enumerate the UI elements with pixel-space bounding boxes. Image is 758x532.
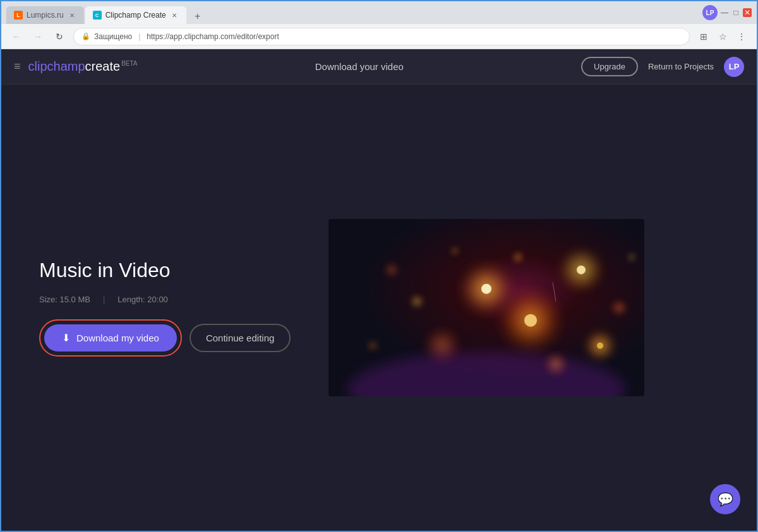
tab-clipchamp-label: Clipchamp Create [105, 11, 166, 20]
tab-lumpics-close[interactable]: ✕ [68, 11, 76, 20]
header-actions: Upgrade Return to Projects LP [581, 57, 744, 77]
url-address: https://app.clipchamp.com/editor/export [147, 32, 279, 41]
continue-editing-button[interactable]: Continue editing [190, 324, 291, 352]
download-btn-highlight: ⬇ Download my video [39, 319, 182, 357]
download-video-button[interactable]: ⬇ Download my video [44, 324, 177, 352]
clipchamp-favicon: C [93, 11, 102, 20]
download-icon: ⬇ [62, 332, 70, 344]
title-bar: L Lumpics.ru ✕ C Clipchamp Create ✕ + LP… [1, 1, 757, 24]
header-title: Download your video [138, 61, 582, 72]
new-tab-button[interactable]: + [190, 9, 205, 24]
download-btn-label: Download my video [76, 333, 159, 343]
translate-icon[interactable]: ⊞ [696, 29, 711, 44]
bokeh-svg [328, 219, 644, 396]
video-preview [328, 219, 644, 396]
url-text: Защищено [94, 32, 132, 41]
forward-button[interactable]: → [30, 29, 45, 44]
svg-point-17 [597, 343, 603, 349]
svg-point-7 [409, 294, 424, 309]
user-badge: LP [702, 5, 718, 20]
svg-point-13 [450, 246, 460, 256]
svg-point-11 [383, 261, 400, 279]
lock-icon: 🔒 [81, 32, 90, 40]
upgrade-button[interactable]: Upgrade [581, 57, 638, 76]
back-button[interactable]: ← [9, 29, 24, 44]
close-window-button[interactable]: ✕ [743, 8, 752, 17]
tab-group: L Lumpics.ru ✕ C Clipchamp Create ✕ + [6, 1, 205, 24]
bookmark-icon[interactable]: ☆ [715, 29, 730, 44]
svg-point-16 [577, 266, 586, 275]
lumpics-favicon: L [14, 11, 23, 20]
url-bar[interactable]: 🔒 Защищено | https://app.clipchamp.com/e… [73, 28, 690, 45]
meta-divider: | [103, 295, 105, 304]
video-title: Music in Video [39, 259, 291, 282]
user-avatar[interactable]: LP [724, 57, 744, 77]
video-size: Size: 15.0 MB [39, 295, 90, 304]
menu-icon[interactable]: ⋮ [734, 29, 749, 44]
svg-point-12 [366, 340, 379, 352]
video-length: Length: 20:00 [117, 295, 168, 304]
app-header: ≡ clipchampcreateBETA Download your vide… [1, 49, 757, 85]
minimize-button[interactable]: — [720, 8, 729, 17]
tab-clipchamp[interactable]: C Clipchamp Create ✕ [85, 6, 186, 24]
svg-point-10 [627, 252, 637, 263]
address-bar: ← → ↻ 🔒 Защищено | https://app.clipchamp… [1, 24, 757, 49]
app-content: ≡ clipchampcreateBETA Download your vide… [1, 49, 757, 531]
bokeh-background [328, 219, 644, 396]
sidebar-toggle-icon[interactable]: ≡ [14, 60, 21, 73]
video-thumbnail [328, 219, 644, 396]
tab-lumpics[interactable]: L Lumpics.ru ✕ [6, 6, 84, 24]
svg-point-15 [524, 314, 537, 327]
logo-clipchamp: clipchamp [28, 59, 85, 73]
chat-bubble-button[interactable]: 💬 [710, 484, 740, 514]
svg-point-9 [512, 251, 524, 264]
address-bar-actions: ⊞ ☆ ⋮ [696, 29, 749, 44]
svg-point-14 [481, 284, 491, 294]
tab-clipchamp-close[interactable]: ✕ [170, 11, 179, 20]
svg-point-8 [610, 299, 629, 317]
url-separator: | [138, 32, 140, 41]
chat-icon: 💬 [718, 492, 733, 507]
main-area: Music in Video Size: 15.0 MB | Length: 2… [1, 85, 757, 531]
app-logo: clipchampcreateBETA [28, 59, 138, 74]
logo-beta: BETA [121, 60, 137, 67]
buttons-row: ⬇ Download my video Continue editing [39, 319, 291, 357]
maximize-button[interactable]: □ [731, 8, 740, 17]
browser-frame: L Lumpics.ru ✕ C Clipchamp Create ✕ + LP… [0, 0, 758, 532]
return-to-projects-button[interactable]: Return to Projects [648, 62, 714, 71]
tab-lumpics-label: Lumpics.ru [27, 11, 64, 20]
logo-create: create [85, 59, 121, 73]
window-controls: LP — □ ✕ [702, 5, 752, 20]
left-panel: Music in Video Size: 15.0 MB | Length: 2… [39, 259, 291, 357]
video-meta: Size: 15.0 MB | Length: 20:00 [39, 295, 291, 304]
refresh-button[interactable]: ↻ [52, 29, 67, 44]
